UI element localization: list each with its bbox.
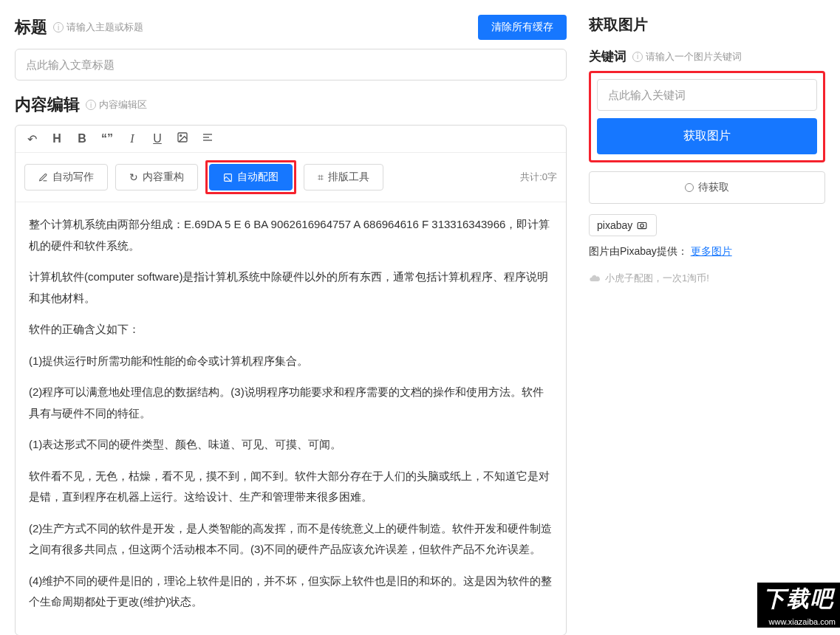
editor-label: 内容编辑 — [15, 94, 80, 116]
keyword-input[interactable] — [597, 79, 817, 111]
layout-icon: ⌗ — [318, 171, 324, 184]
pixabay-badge: pixabay — [589, 214, 657, 236]
keyword-highlight-box: 获取图片 — [589, 71, 825, 162]
restructure-button[interactable]: ↻ 内容重构 — [115, 164, 198, 190]
auto-image-button[interactable]: 自动配图 — [209, 164, 293, 190]
action-toolbar: 自动写作 ↻ 内容重构 自动配图 ⌗ 排版工具 共计:0字 — [16, 153, 566, 202]
fetch-image-title: 获取图片 — [589, 15, 825, 35]
svg-point-1 — [180, 135, 182, 137]
align-icon[interactable] — [200, 131, 215, 146]
auto-image-highlight: 自动配图 — [205, 160, 296, 194]
footer-note: 小虎子配图，一次1淘币! — [589, 272, 825, 285]
pending-button[interactable]: 待获取 — [589, 171, 825, 204]
camera-icon — [635, 220, 649, 230]
info-icon: i — [53, 22, 64, 32]
clear-cache-button[interactable]: 清除所有缓存 — [478, 15, 567, 40]
circle-icon — [685, 183, 694, 192]
content-area[interactable]: 整个计算机系统由两部分组成：E.69DA 5 E 6 BA 9062616964… — [16, 202, 566, 635]
keyword-hint: i 请输入一个图片关键词 — [632, 50, 742, 64]
title-header: 标题 i 请输入主题或标题 清除所有缓存 — [15, 15, 567, 40]
editor-hint: i 内容编辑区 — [86, 98, 147, 111]
paragraph: 软件的正确含义如下： — [29, 319, 553, 340]
paragraph: (1)表达形式不同的硬件类型、颜色、味道、可见、可摸、可闻。 — [29, 434, 553, 456]
paragraph: 整个计算机系统由两部分组成：E.69DA 5 E 6 BA 9062616964… — [29, 214, 553, 256]
paragraph: 计算机软件(computer software)是指计算机系统中除硬件以外的所有… — [29, 267, 553, 309]
paragraph: (2)程序可以满意地处理信息的数据结构。(3)说明程序功能要求和程序需要的文档的… — [29, 382, 553, 424]
paragraph: (2)生产方式不同的软件是开发，是人类智能的高发挥，而不是传统意义上的硬件制造。… — [29, 518, 553, 560]
info-icon: i — [632, 52, 643, 62]
word-count: 共计:0字 — [520, 171, 557, 184]
editor-header: 内容编辑 i 内容编辑区 — [15, 94, 567, 116]
quote-icon[interactable]: “” — [100, 132, 115, 145]
article-title-input[interactable] — [15, 49, 567, 80]
format-toolbar: ↶ H B “” I U — [16, 126, 566, 153]
heading-icon[interactable]: H — [49, 132, 64, 145]
more-images-link[interactable]: 更多图片 — [691, 245, 732, 257]
paragraph: (4)维护不同的硬件是旧的，理论上软件是旧的，并不坏，但实际上软件也是旧的和坏的… — [29, 571, 553, 613]
refresh-icon: ↻ — [129, 171, 138, 183]
auto-write-button[interactable]: 自动写作 — [24, 164, 108, 190]
fetch-image-button[interactable]: 获取图片 — [597, 118, 817, 154]
bold-icon[interactable]: B — [75, 132, 89, 145]
underline-icon[interactable]: U — [150, 132, 165, 145]
paragraph: (1)提供运行时所需功能和性能的命令或计算机程序集合。 — [29, 351, 553, 372]
provider-line: 图片由Pixabay提供： 更多图片 — [589, 245, 825, 258]
title-hint: i 请输入主题或标题 — [53, 21, 143, 34]
layout-tool-button[interactable]: ⌗ 排版工具 — [304, 164, 383, 190]
italic-icon[interactable]: I — [125, 132, 140, 145]
paragraph: 软件看不见，无色，枯燥，看不见，摸不到，闻不到。软件大部分存在于人们的头脑或纸上… — [29, 466, 553, 508]
cloud-icon — [589, 272, 601, 284]
info-icon: i — [86, 100, 96, 110]
undo-icon[interactable]: ↶ — [24, 132, 39, 146]
image-icon[interactable] — [175, 131, 190, 146]
title-label: 标题 — [15, 16, 47, 38]
watermark: 下载吧 www.xiazaiba.com — [757, 583, 840, 628]
keyword-title: 关键词 i 请输入一个图片关键词 — [589, 48, 825, 65]
svg-point-7 — [641, 224, 644, 227]
editor-box: ↶ H B “” I U 自动写作 ↻ — [15, 125, 567, 635]
